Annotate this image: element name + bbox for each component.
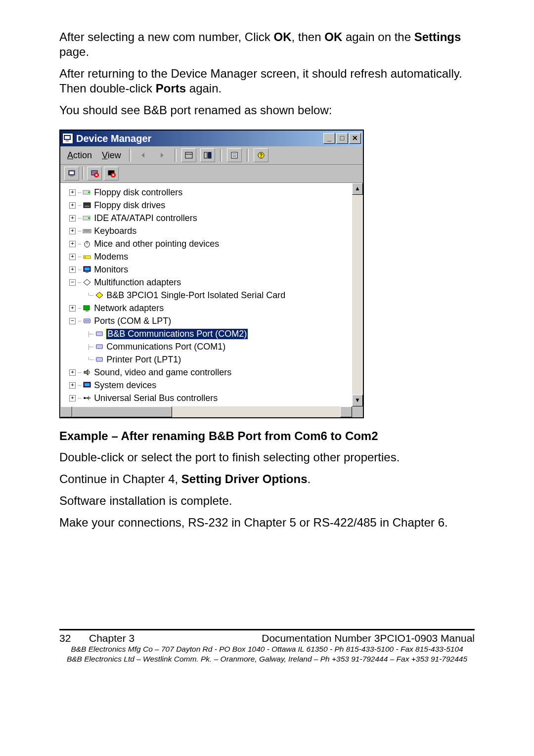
text: After selecting a new com number, Click — [59, 30, 274, 44]
device-manager-window: Device Manager _ □ ✕ Action View ? — [59, 130, 364, 418]
expand-icon[interactable] — [69, 305, 76, 311]
tree-item-mice[interactable]: ···· Mice and other pointing devices — [69, 237, 359, 250]
computer-icon-button[interactable] — [64, 167, 79, 180]
svg-rect-41 — [86, 311, 89, 311]
expand-icon[interactable] — [69, 395, 76, 401]
paragraph-2: After returning to the Device Manager sc… — [59, 66, 475, 96]
eject-button[interactable] — [104, 167, 119, 180]
separator — [220, 149, 222, 162]
collapse-icon[interactable] — [69, 318, 76, 324]
text-bold: OK — [274, 30, 292, 44]
paragraph-7: Make your connections, RS-232 in Chapter… — [59, 515, 475, 530]
expand-icon[interactable] — [69, 202, 76, 209]
svg-point-23 — [88, 191, 90, 193]
tree-label: Modems — [94, 252, 128, 262]
tree-item-ports[interactable]: ···· Ports (COM & LPT) — [69, 314, 359, 327]
tree-item-keyboards[interactable]: ···· Keyboards — [69, 224, 359, 237]
separator — [175, 149, 177, 162]
tree-item-floppy-drives[interactable]: ···· Floppy disk drives — [69, 199, 359, 212]
tree-item-network[interactable]: ···· Network adapters — [69, 302, 359, 314]
toolbar-button[interactable] — [181, 148, 196, 162]
mouse-icon — [82, 239, 92, 248]
tree-label: Mice and other pointing devices — [94, 239, 219, 249]
tree-label: Monitors — [94, 265, 128, 275]
tree-line: └···· — [87, 293, 93, 298]
tree-item-modems[interactable]: ···· Modems — [69, 250, 359, 263]
text-bold: OK — [324, 30, 342, 44]
menu-action[interactable]: Action — [64, 149, 95, 162]
tree-line: ···· — [78, 216, 81, 221]
tree-item-sound[interactable]: ···· Sound, video and game controllers — [69, 366, 359, 379]
scroll-right-arrow[interactable] — [340, 406, 352, 417]
tree-item-ide[interactable]: ···· IDE ATA/ATAPI controllers — [69, 212, 359, 224]
figure-caption: Example – After renaming B&B Port from C… — [59, 429, 475, 443]
svg-marker-3 — [141, 153, 144, 158]
diamond-icon — [82, 278, 92, 287]
modem-icon — [82, 252, 92, 261]
back-button[interactable] — [136, 148, 151, 162]
properties-button[interactable] — [227, 148, 242, 162]
vertical-scrollbar[interactable]: ▲ ▼ — [352, 183, 363, 406]
scroll-down-arrow[interactable]: ▼ — [352, 395, 363, 406]
svg-marker-38 — [84, 279, 90, 285]
show-hide-console-button[interactable] — [200, 148, 215, 162]
tree-label: Network adapters — [94, 303, 164, 313]
text: page. — [59, 45, 89, 58]
scroll-up-arrow[interactable]: ▲ — [352, 183, 363, 195]
tree-line: ···· — [78, 306, 81, 311]
scroll-track[interactable] — [352, 195, 363, 395]
tree-item-bb-com2[interactable]: ├···· B&B Communications Port (COM2) — [69, 327, 359, 340]
refresh-button[interactable] — [87, 167, 102, 180]
text: , then — [292, 30, 325, 44]
tree-item-multifunction[interactable]: ···· Multifunction adapters — [69, 276, 359, 289]
tree-line: ···· — [78, 318, 81, 324]
tree-line: ···· — [78, 203, 81, 208]
tree-label: Floppy disk drives — [94, 200, 165, 211]
menu-view[interactable]: View — [99, 149, 124, 162]
expand-icon[interactable] — [69, 241, 76, 247]
horizontal-scrollbar[interactable] — [60, 406, 363, 417]
close-button[interactable]: ✕ — [349, 133, 361, 144]
tree-label: Communications Port (COM1) — [106, 342, 225, 352]
scroll-thumb[interactable] — [72, 406, 172, 417]
paragraph-4: Double-click or select the port to finis… — [59, 450, 475, 465]
tree-item-floppy-controllers[interactable]: ···· Floppy disk controllers — [69, 186, 359, 199]
expand-icon[interactable] — [69, 267, 76, 273]
menu-toolbar: Action View ? — [60, 146, 363, 165]
tree-label: Ports (COM & LPT) — [94, 316, 171, 326]
maximize-button[interactable]: □ — [336, 133, 348, 144]
separator — [129, 149, 131, 162]
footer-doc-number: Documentation Number 3PCIO1-0903 Manual — [218, 632, 475, 644]
scroll-track[interactable] — [172, 406, 340, 417]
paragraph-5: Continue in Chapter 4, Setting Driver Op… — [59, 472, 475, 487]
tree-line: └···· — [87, 357, 93, 362]
svg-marker-4 — [161, 153, 164, 158]
expand-icon[interactable] — [69, 189, 76, 196]
minimize-button[interactable]: _ — [323, 133, 335, 144]
svg-rect-40 — [84, 306, 89, 310]
tree-item-usb[interactable]: ···· Universal Serial Bus controllers — [69, 392, 359, 404]
diamond-icon — [94, 291, 104, 300]
tree-label: Universal Serial Bus controllers — [94, 393, 218, 403]
tree-item-bb-card[interactable]: └···· B&B 3PCIO1 Single-Port Isolated Se… — [69, 289, 359, 302]
tree-item-lpt1[interactable]: └···· Printer Port (LPT1) — [69, 353, 359, 366]
expand-icon[interactable] — [69, 369, 76, 376]
expand-icon[interactable] — [69, 254, 76, 260]
tree-label: Sound, video and game controllers — [94, 367, 231, 378]
tree-label: B&B 3PCIO1 Single-Port Isolated Serial C… — [106, 290, 285, 301]
scroll-left-arrow[interactable] — [60, 406, 72, 417]
tree-line: ···· — [78, 280, 81, 285]
tree-item-system[interactable]: ···· System devices — [69, 379, 359, 392]
help-button[interactable]: ? — [254, 148, 268, 162]
tree-item-monitors[interactable]: ···· Monitors — [69, 263, 359, 276]
tree-item-com1[interactable]: ├···· Communications Port (COM1) — [69, 340, 359, 353]
title-bar: Device Manager _ □ ✕ — [60, 131, 363, 146]
forward-button[interactable] — [155, 148, 170, 162]
network-icon — [82, 304, 92, 312]
collapse-icon[interactable] — [69, 279, 76, 286]
expand-icon[interactable] — [69, 215, 76, 222]
expand-icon[interactable] — [69, 228, 76, 234]
port-icon — [82, 316, 92, 325]
svg-text:?: ? — [260, 153, 263, 158]
expand-icon[interactable] — [69, 382, 76, 389]
